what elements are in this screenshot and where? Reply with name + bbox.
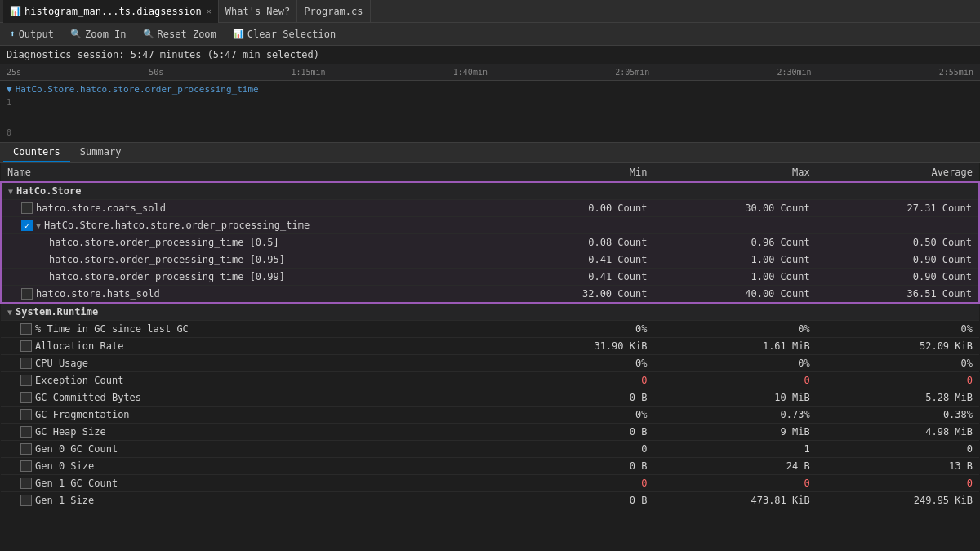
tab-whats-new-label: What's New? — [225, 6, 290, 17]
table-row[interactable]: % Time in GC since last GC 0% 0% 0% — [1, 321, 979, 338]
toolbar: ⬆ Output 🔍 Zoom In 🔍 Reset Zoom 📊 Clear … — [0, 23, 980, 46]
tab-summary[interactable]: Summary — [70, 143, 131, 162]
table-row[interactable]: ✓ HatCo.Store.hatco.store.order_processi… — [1, 217, 979, 234]
table-row[interactable]: GC Committed Bytes 0 B 10 MiB 5.28 MiB — [1, 389, 979, 407]
table-row[interactable]: Gen 1 Size 0 B 473.81 KiB 249.95 KiB — [1, 492, 979, 509]
output-button[interactable]: ⬆ Output — [7, 27, 57, 42]
row-name-cell: hatco.store.order_processing_time [0.5] — [1, 234, 491, 251]
row-max: 0 — [653, 372, 816, 389]
ruler-mark-4: 2:05min — [615, 68, 649, 77]
row-min: 0.08 Count — [491, 234, 653, 251]
ruler-mark-1: 50s — [149, 68, 163, 77]
checkbox[interactable] — [20, 495, 32, 506]
diagsession-icon: 📊 — [10, 6, 21, 16]
tab-program-cs-label: Program.cs — [304, 6, 363, 17]
chart-y-0: 0 — [7, 128, 23, 137]
table-container[interactable]: Name Min Max Average HatCo.Store hatco.s… — [0, 163, 980, 551]
checkbox[interactable] — [20, 443, 32, 455]
checkbox[interactable]: ✓ — [21, 220, 33, 231]
table-row[interactable]: hatco.store.hats_sold 32.00 Count 40.00 … — [1, 286, 979, 304]
chart-collapse-icon[interactable]: ▼ — [7, 84, 12, 95]
row-max: 10 MiB — [653, 389, 816, 407]
table-row[interactable]: CPU Usage 0% 0% 0% — [1, 355, 979, 372]
table-row[interactable]: hatco.store.order_processing_time [0.95]… — [1, 251, 979, 269]
checkbox[interactable] — [20, 478, 32, 489]
row-name-cell: hatco.store.coats_sold — [1, 200, 491, 217]
table-row[interactable]: Allocation Rate 31.90 KiB 1.61 MiB 52.09… — [1, 338, 979, 355]
table-row[interactable]: GC Heap Size 0 B 9 MiB 4.98 MiB — [1, 424, 979, 441]
row-min: 0.41 Count — [491, 251, 653, 269]
reset-zoom-icon: 🔍 — [143, 29, 154, 39]
checkbox[interactable] — [20, 323, 32, 335]
row-name-cell: hatco.store.order_processing_time [0.95] — [1, 251, 491, 269]
output-icon: ⬆ — [10, 29, 16, 39]
row-avg: 0.90 Count — [817, 269, 979, 286]
tab-whats-new[interactable]: What's New? — [219, 0, 297, 23]
checkbox[interactable] — [20, 426, 32, 438]
checkbox[interactable] — [20, 460, 32, 472]
row-avg: 0 — [817, 475, 979, 492]
row-min: 0 B — [491, 389, 653, 407]
row-avg: 5.28 MiB — [817, 389, 979, 407]
tab-diagsession[interactable]: 📊 histogram_man...ts.diagsession ✕ — [3, 0, 219, 23]
tab-counters[interactable]: Counters — [3, 143, 70, 162]
row-name-cell: Gen 1 GC Count — [1, 475, 491, 492]
row-name-cell: Gen 0 GC Count — [1, 441, 491, 458]
group-name-cell: HatCo.Store — [1, 182, 979, 200]
row-name-cell: Gen 0 Size — [1, 458, 491, 475]
output-label: Output — [19, 29, 54, 40]
clear-selection-button[interactable]: 📊 Clear Selection — [229, 27, 339, 42]
session-info-text: Diagnostics session: 5:47 minutes (5:47 … — [7, 49, 319, 60]
checkbox[interactable] — [20, 409, 32, 420]
row-avg: 0.50 Count — [817, 234, 979, 251]
row-avg: 13 B — [817, 458, 979, 475]
ruler-mark-2: 1:15min — [291, 68, 325, 77]
view-tabs: Counters Summary — [0, 143, 980, 163]
checkbox[interactable] — [20, 375, 32, 386]
tab-program-cs[interactable]: Program.cs — [297, 0, 370, 23]
chart-title: ▼ HatCo.Store.hatco.store.order_processi… — [7, 84, 973, 95]
table-group-row[interactable]: System.Runtime — [1, 303, 979, 321]
chart-area: ▼ HatCo.Store.hatco.store.order_processi… — [0, 81, 980, 143]
row-max: 0% — [653, 355, 816, 372]
table-row[interactable]: hatco.store.order_processing_time [0.5] … — [1, 234, 979, 251]
checkbox[interactable] — [20, 340, 32, 352]
row-avg: 0% — [817, 355, 979, 372]
row-max: 0.73% — [653, 407, 816, 424]
checkbox[interactable] — [20, 392, 32, 403]
row-avg: 0.38% — [817, 407, 979, 424]
tab-diagsession-close[interactable]: ✕ — [207, 7, 212, 16]
table-row[interactable]: Gen 0 GC Count 0 1 0 — [1, 441, 979, 458]
row-name-cell: CPU Usage — [1, 355, 491, 372]
reset-zoom-button[interactable]: 🔍 Reset Zoom — [140, 27, 220, 42]
row-name: hatco.store.hats_sold — [36, 288, 160, 300]
table-group-row[interactable]: HatCo.Store — [1, 182, 979, 200]
table-row[interactable]: GC Fragmentation 0% 0.73% 0.38% — [1, 407, 979, 424]
row-max — [653, 217, 816, 234]
row-name-cell: % Time in GC since last GC — [1, 321, 491, 338]
row-name: Gen 1 Size — [35, 495, 94, 506]
table-row[interactable]: Exception Count 0 0 0 — [1, 372, 979, 389]
zoom-in-button[interactable]: 🔍 Zoom In — [67, 27, 130, 42]
chart-bars-container — [23, 96, 973, 139]
table-row[interactable]: Gen 0 Size 0 B 24 B 13 B — [1, 458, 979, 475]
row-min — [491, 217, 653, 234]
group-label: System.Runtime — [16, 306, 98, 318]
checkbox[interactable] — [21, 288, 33, 300]
table-row[interactable]: hatco.store.order_processing_time [0.99]… — [1, 269, 979, 286]
table-row[interactable]: hatco.store.coats_sold 0.00 Count 30.00 … — [1, 200, 979, 217]
ruler-mark-3: 1:40min — [453, 68, 488, 77]
tab-counters-label: Counters — [13, 146, 60, 158]
table-row[interactable]: Gen 1 GC Count 0 0 0 — [1, 475, 979, 492]
row-expand-icon[interactable] — [36, 221, 41, 230]
group-expand-icon[interactable] — [8, 187, 13, 196]
group-expand-icon[interactable] — [7, 308, 12, 317]
checkbox[interactable] — [20, 358, 32, 369]
row-name-cell: GC Fragmentation — [1, 407, 491, 424]
row-avg: 4.98 MiB — [817, 424, 979, 441]
zoom-in-icon: 🔍 — [70, 29, 82, 39]
row-name-cell: hatco.store.hats_sold — [1, 286, 491, 304]
checkbox[interactable] — [21, 202, 33, 214]
ruler-mark-6: 2:55min — [939, 68, 973, 77]
row-name: hatco.store.order_processing_time [0.5] — [49, 237, 279, 248]
